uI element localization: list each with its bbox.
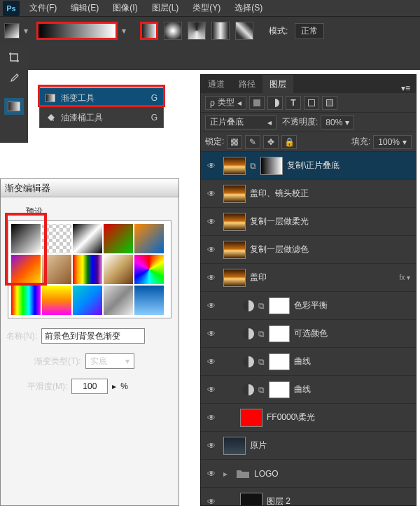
gradient-preview[interactable]: [36, 22, 118, 40]
visibility-icon[interactable]: 👁: [204, 273, 219, 283]
layer-row[interactable]: 👁盖印fx ▾: [201, 264, 416, 292]
layer-row[interactable]: 👁⧉曲线: [201, 376, 416, 404]
visibility-icon[interactable]: 👁: [204, 469, 219, 479]
link-icon[interactable]: ⧉: [258, 329, 265, 339]
menu-edit[interactable]: 编辑(E): [66, 2, 103, 14]
visibility-icon[interactable]: 👁: [204, 441, 219, 451]
layer-mask[interactable]: [269, 353, 290, 370]
filter-adjust-icon[interactable]: [267, 96, 283, 110]
filter-kind-select[interactable]: ρ类型◂: [205, 96, 246, 110]
layer-row[interactable]: 👁⧉色彩平衡: [201, 292, 416, 320]
filter-pixel-icon[interactable]: [249, 96, 265, 110]
panel-menu-icon[interactable]: ▾≡: [396, 83, 416, 93]
fx-badge[interactable]: fx ▾: [399, 274, 410, 281]
gradient-linear-button[interactable]: [140, 22, 158, 40]
layer-mask[interactable]: [269, 297, 290, 314]
preset-swatch[interactable]: [11, 286, 41, 315]
filter-shape-icon[interactable]: [304, 96, 319, 110]
link-icon[interactable]: ⧉: [258, 301, 265, 311]
tool-preset-arrow[interactable]: ▾: [22, 26, 29, 36]
menu-file[interactable]: 文件(F): [25, 2, 61, 14]
layer-thumb[interactable]: [223, 213, 246, 231]
mode-value[interactable]: 正常: [295, 23, 324, 39]
name-field[interactable]: [41, 328, 145, 344]
link-icon[interactable]: ⧉: [258, 357, 265, 367]
layer-thumb[interactable]: [223, 269, 246, 287]
layer-row[interactable]: 👁⧉复制\正片叠底: [201, 152, 416, 180]
lock-all-icon[interactable]: 🔒: [281, 135, 297, 149]
group-arrow-icon[interactable]: ▸: [223, 469, 232, 479]
gradient-tool-icon[interactable]: [4, 98, 24, 115]
visibility-icon[interactable]: 👁: [204, 413, 219, 423]
gradient-arrow[interactable]: ▾: [120, 26, 127, 36]
preset-swatch[interactable]: [42, 224, 71, 253]
menu-image[interactable]: 图像(I): [108, 2, 141, 14]
layer-thumb[interactable]: [223, 185, 246, 203]
preset-swatch[interactable]: [73, 255, 102, 284]
visibility-icon[interactable]: 👁: [204, 161, 219, 171]
lock-transparency-icon[interactable]: [227, 135, 242, 149]
visibility-icon[interactable]: 👁: [204, 329, 219, 339]
preset-swatch[interactable]: [104, 255, 133, 284]
tab-layers[interactable]: 图层: [262, 75, 293, 93]
preset-swatch[interactable]: [42, 255, 71, 284]
gradient-diamond-button[interactable]: [235, 22, 253, 40]
fill-thumb[interactable]: [240, 409, 262, 427]
layer-row[interactable]: 👁复制一层做滤色: [201, 236, 416, 264]
layer-mask[interactable]: [269, 325, 290, 342]
preset-swatch[interactable]: [104, 224, 133, 253]
layer-thumb[interactable]: [240, 493, 262, 506]
type-select[interactable]: 实底▾: [85, 353, 134, 369]
visibility-icon[interactable]: 👁: [204, 301, 219, 311]
tab-channels[interactable]: 通道: [201, 75, 232, 93]
layer-row[interactable]: 👁图层 2: [201, 488, 416, 505]
layer-row[interactable]: 👁原片: [201, 432, 416, 460]
lock-image-icon[interactable]: ✎: [245, 135, 260, 149]
filter-type-icon[interactable]: T: [286, 96, 301, 110]
crop-tool-icon[interactable]: [4, 49, 24, 66]
link-icon[interactable]: ⧉: [258, 385, 265, 395]
tool-preset-icon[interactable]: [4, 23, 20, 38]
layer-thumb[interactable]: [223, 157, 246, 175]
preset-swatch[interactable]: [104, 286, 133, 315]
opacity-field[interactable]: 80%▾: [321, 115, 354, 129]
preset-swatch[interactable]: [11, 224, 41, 253]
gradient-reflected-button[interactable]: [211, 22, 230, 40]
preset-swatch[interactable]: [42, 286, 71, 315]
smoothness-field[interactable]: 100: [71, 379, 108, 394]
blend-mode-select[interactable]: 正片叠底◂: [205, 115, 276, 129]
visibility-icon[interactable]: 👁: [204, 385, 219, 395]
layer-row[interactable]: 👁▸LOGO: [201, 460, 416, 488]
layer-row[interactable]: 👁FF0000\柔光: [201, 404, 416, 432]
layer-row[interactable]: 👁盖印、镜头校正: [201, 180, 416, 208]
lock-position-icon[interactable]: ✥: [263, 135, 279, 149]
filter-smart-icon[interactable]: [322, 96, 337, 110]
eyedropper-tool-icon[interactable]: [4, 70, 24, 87]
layer-row[interactable]: 👁复制一层做柔光: [201, 208, 416, 236]
menu-layer[interactable]: 图层(L): [148, 2, 183, 14]
link-icon[interactable]: ⧉: [250, 161, 256, 171]
preset-swatch[interactable]: [11, 255, 41, 284]
tab-paths[interactable]: 路径: [232, 75, 262, 93]
layer-row[interactable]: 👁⧉可选颜色: [201, 320, 416, 348]
layer-row[interactable]: 👁⧉曲线: [201, 348, 416, 376]
visibility-icon[interactable]: 👁: [204, 357, 219, 367]
gradient-angle-button[interactable]: [188, 22, 206, 40]
visibility-icon[interactable]: 👁: [204, 217, 219, 227]
preset-swatch[interactable]: [73, 286, 102, 315]
gradient-radial-button[interactable]: [164, 22, 182, 40]
visibility-icon[interactable]: 👁: [204, 189, 219, 199]
visibility-icon[interactable]: 👁: [204, 245, 219, 255]
visibility-icon[interactable]: 👁: [204, 497, 219, 506]
layer-mask[interactable]: [260, 157, 283, 175]
menu-type[interactable]: 类型(Y): [188, 2, 225, 14]
preset-swatch[interactable]: [134, 224, 164, 253]
layer-thumb[interactable]: [223, 241, 246, 259]
menu-select[interactable]: 选择(S): [230, 2, 267, 14]
flyout-paint-bucket-tool[interactable]: 油漆桶工具 G: [40, 108, 163, 127]
layer-thumb[interactable]: [223, 437, 246, 455]
preset-swatch[interactable]: [73, 224, 102, 253]
fill-field[interactable]: 100%▾: [373, 135, 412, 149]
flyout-gradient-tool[interactable]: 渐变工具 G: [40, 88, 163, 108]
preset-swatch[interactable]: [134, 286, 164, 315]
